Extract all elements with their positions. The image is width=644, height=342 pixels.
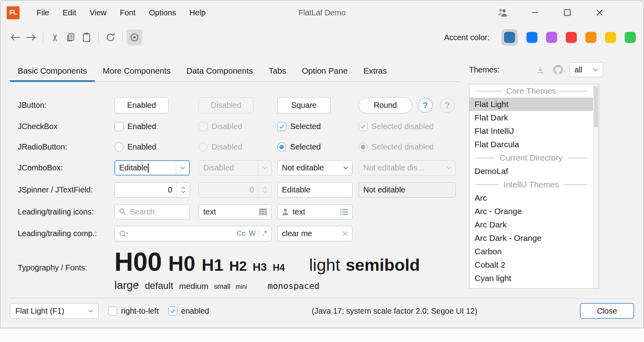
right-to-left-checkbox[interactable]: right-to-left bbox=[108, 307, 159, 316]
theme-item-arc-dark-orange[interactable]: Arc Dark - Orange bbox=[469, 231, 593, 245]
refresh-icon[interactable] bbox=[103, 30, 118, 45]
accent-swatch-orange[interactable] bbox=[585, 32, 596, 43]
accent-swatch-green[interactable] bbox=[625, 32, 636, 43]
menu-view[interactable]: View bbox=[83, 6, 113, 20]
menu-help[interactable]: Help bbox=[183, 6, 212, 20]
close-button[interactable]: Close bbox=[580, 303, 634, 319]
square-button[interactable]: Square bbox=[277, 97, 331, 113]
theme-item-carbon[interactable]: Carbon bbox=[469, 245, 593, 258]
theme-item-demolaf[interactable]: DemoLaf bbox=[469, 165, 593, 178]
search-with-options-field[interactable]: Cc W .* bbox=[114, 226, 272, 241]
forward-button[interactable] bbox=[23, 30, 39, 45]
typography-headings: H00 H0 H1 H2 H3 H4 light semibold bbox=[114, 247, 420, 277]
checkbox-enabled[interactable]: Enabled bbox=[114, 122, 199, 131]
themes-filter-combo[interactable]: all bbox=[569, 62, 603, 77]
menu-options[interactable]: Options bbox=[142, 6, 183, 20]
accent-swatch-default-blue[interactable] bbox=[504, 32, 515, 43]
radio-selected-icon bbox=[359, 142, 368, 152]
close-window-button[interactable] bbox=[593, 6, 606, 19]
accent-swatch-red[interactable] bbox=[566, 32, 577, 43]
toolbar-separator bbox=[122, 32, 123, 43]
theme-item-arc[interactable]: Arc bbox=[469, 191, 593, 205]
tab-tabs[interactable]: Tabs bbox=[261, 60, 294, 81]
combobox-not-editable[interactable]: Not editable bbox=[277, 160, 353, 176]
textfield-editable[interactable]: Editable bbox=[277, 182, 353, 198]
checkbox-selected[interactable]: Selected bbox=[277, 122, 359, 131]
text-field-table-icon[interactable]: text bbox=[199, 204, 272, 220]
menu-font[interactable]: Font bbox=[113, 6, 142, 20]
back-button[interactable] bbox=[7, 30, 23, 45]
h3-sample: H3 bbox=[253, 261, 267, 274]
list-icon[interactable] bbox=[340, 209, 348, 215]
clear-icon[interactable] bbox=[342, 231, 348, 237]
toolbar-separator bbox=[43, 32, 43, 43]
typography-sizes: large default medium small mini monospac… bbox=[114, 279, 320, 292]
themes-separator-current-directory: Current Directory bbox=[469, 151, 593, 165]
help-button[interactable]: ? bbox=[418, 98, 432, 113]
accent-swatch-yellow[interactable] bbox=[605, 32, 616, 43]
tab-data-components[interactable]: Data Components bbox=[178, 60, 261, 81]
match-case-toggle[interactable]: Cc bbox=[237, 229, 246, 238]
radio-selected-icon[interactable] bbox=[277, 142, 286, 152]
chevron-down-icon[interactable] bbox=[176, 161, 189, 175]
theme-item-flat-intellij[interactable]: Flat IntelliJ bbox=[469, 124, 593, 138]
small-sample: small bbox=[214, 283, 230, 291]
themes-scrollbar[interactable] bbox=[593, 84, 599, 288]
tab-extras[interactable]: Extras bbox=[355, 60, 395, 81]
radio-icon bbox=[199, 142, 208, 152]
radio-enabled[interactable]: Enabled bbox=[114, 142, 199, 152]
github-icon[interactable] bbox=[553, 65, 563, 75]
themes-scrollbar-thumb[interactable] bbox=[594, 86, 598, 127]
theme-item-cyan-light[interactable]: Cyan light bbox=[469, 272, 593, 285]
checkbox-checked-icon[interactable] bbox=[168, 307, 177, 316]
enabled-checkbox[interactable]: enabled bbox=[168, 307, 209, 316]
theme-item-flat-darcula[interactable]: Flat Darcula bbox=[469, 138, 593, 151]
accent-color-group: Accent color: bbox=[444, 29, 636, 46]
theme-item-arc-orange[interactable]: Arc - Orange bbox=[469, 205, 593, 218]
field-separator bbox=[259, 229, 259, 238]
tab-bar: Basic Components More Components Data Co… bbox=[10, 60, 460, 82]
radio-selected[interactable]: Selected bbox=[277, 142, 359, 152]
cut-icon[interactable]: ✂ bbox=[47, 30, 63, 45]
text-field-person-list[interactable]: text bbox=[277, 204, 353, 220]
radio-icon[interactable] bbox=[114, 142, 123, 152]
tab-more-components[interactable]: More Components bbox=[95, 60, 178, 81]
enabled-button[interactable]: Enabled bbox=[114, 97, 169, 113]
inspect-eye-toggle[interactable] bbox=[127, 30, 142, 45]
menu-edit[interactable]: Edit bbox=[56, 6, 83, 20]
maximize-button[interactable] bbox=[561, 6, 574, 19]
table-icon[interactable] bbox=[259, 209, 267, 215]
spinner[interactable]: 0 bbox=[114, 182, 190, 198]
menu-file[interactable]: File bbox=[30, 6, 56, 20]
regex-toggle[interactable]: .* bbox=[262, 229, 267, 238]
round-button[interactable]: Round bbox=[359, 97, 412, 113]
checkbox-checked-icon[interactable] bbox=[277, 122, 286, 131]
search-dropdown-icon[interactable] bbox=[119, 230, 129, 237]
combobox-editable[interactable]: Editable bbox=[114, 160, 190, 176]
h0-sample: H0 bbox=[168, 251, 195, 275]
users-icon[interactable] bbox=[496, 6, 510, 19]
minimize-button[interactable] bbox=[528, 6, 542, 19]
spinner-up-down-buttons[interactable] bbox=[176, 183, 190, 197]
checkbox-icon[interactable] bbox=[114, 122, 123, 131]
download-icon[interactable] bbox=[536, 66, 545, 74]
theme-item-flat-dark[interactable]: Flat Dark bbox=[469, 111, 593, 124]
copy-icon[interactable] bbox=[63, 30, 79, 45]
whole-word-toggle[interactable]: W bbox=[249, 229, 256, 238]
accent-swatch-blue[interactable] bbox=[526, 32, 537, 43]
spinner-disabled: 0 bbox=[199, 182, 272, 198]
tab-basic-components[interactable]: Basic Components bbox=[10, 60, 95, 81]
laf-selector-value: Flat Light (F1) bbox=[15, 307, 64, 316]
theme-item-cobalt-2[interactable]: Cobalt 2 bbox=[469, 258, 593, 272]
clearable-field[interactable]: clear me bbox=[277, 226, 353, 241]
chevron-down-icon[interactable] bbox=[339, 161, 352, 175]
accent-swatch-purple[interactable] bbox=[546, 32, 557, 43]
theme-item-flat-light[interactable]: Flat Light bbox=[469, 98, 593, 111]
checkbox-icon[interactable] bbox=[108, 307, 117, 316]
search-field[interactable]: Search bbox=[114, 204, 190, 220]
theme-item-dark-flat[interactable]: Dark Flat bbox=[469, 285, 593, 289]
tab-option-pane[interactable]: Option Pane bbox=[294, 60, 356, 81]
paste-icon[interactable] bbox=[79, 30, 94, 45]
laf-selector-combo[interactable]: Flat Light (F1) bbox=[10, 303, 99, 319]
theme-item-arc-dark[interactable]: Arc Dark bbox=[469, 218, 593, 231]
